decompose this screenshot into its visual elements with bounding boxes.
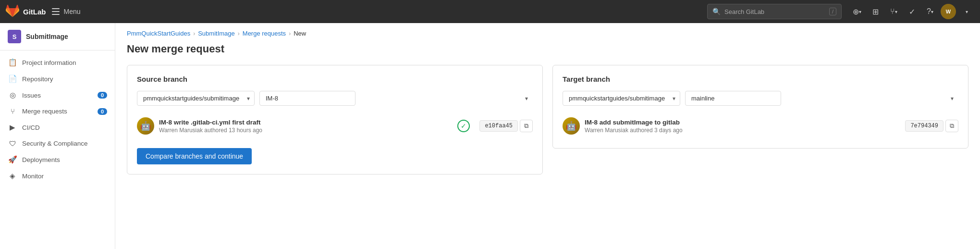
source-commit-hash-group: e10faa45 ⧉ [479, 120, 533, 132]
sidebar-item-deployments[interactable]: 🚀 Deployments [0, 151, 115, 168]
plus-icon: ⊕ [853, 7, 859, 16]
merge-requests-icon: ⑂ [8, 107, 17, 115]
issues-icon: ◎ [8, 91, 17, 100]
dropdown-arrow-icon: ▾ [859, 9, 861, 14]
sidebar-item-label: Security & Compliance [22, 140, 107, 147]
project-avatar: S [8, 30, 21, 43]
main-content: PmmQuickStartGuides › SubmitImage › Merg… [115, 23, 980, 249]
help-icon: ? [927, 7, 931, 16]
source-commit-info: IM-8 write .gitlab-ci.yml first draft Wa… [159, 119, 448, 134]
source-branch-title: Source branch [137, 75, 533, 83]
target-copy-hash-button[interactable]: ⧉ [945, 120, 958, 132]
avatar-dropdown-button[interactable]: ▾ [959, 4, 974, 19]
breadcrumb-pmmquickstartguides[interactable]: PmmQuickStartGuides [127, 30, 190, 37]
sidebar-item-label: Deployments [22, 156, 107, 163]
gitlab-wordmark: GitLab [23, 8, 46, 16]
project-initial: S [12, 33, 17, 40]
sidebar-item-label: Issues [22, 92, 93, 99]
shield-icon: 🛡 [8, 139, 17, 148]
robot-icon: 🤖 [140, 121, 151, 131]
compare-branches-button[interactable]: Compare branches and continue [137, 148, 252, 164]
gitlab-logo[interactable]: GitLab [6, 5, 46, 18]
sidebar-item-monitor[interactable]: ◈ Monitor [0, 168, 115, 184]
sidebar-item-issues[interactable]: ◎ Issues 0 [0, 87, 115, 103]
target-commit-hash-group: 7e794349 ⧉ [905, 120, 958, 132]
sidebar-item-cicd[interactable]: ▶ CI/CD [0, 119, 115, 136]
search-bar[interactable]: 🔍 Search GitLab / [707, 4, 842, 19]
issues-badge: 0 [98, 92, 107, 99]
target-commit-title: IM-8 add submitImage to gitlab [585, 119, 740, 126]
hamburger-icon [52, 8, 60, 15]
source-copy-hash-button[interactable]: ⧉ [520, 120, 533, 132]
source-commit-hash: e10faa45 [479, 120, 518, 132]
todo-icon: ✓ [909, 7, 915, 16]
target-commit-info: IM-8 add submitImage to gitlab Warren Ma… [585, 119, 740, 134]
target-commit: 🤖 IM-8 add submitImage to gitlab Warren … [563, 113, 958, 138]
source-branch-select-wrapper: IM-8 [259, 91, 533, 106]
page-title: New merge request [115, 40, 980, 65]
sidebar-item-security-compliance[interactable]: 🛡 Security & Compliance [0, 136, 115, 151]
new-item-button[interactable]: ⊕ ▾ [849, 4, 865, 19]
target-branch-select[interactable]: mainline [685, 91, 781, 106]
repository-icon: 📄 [8, 75, 17, 83]
target-repo-select-wrapper: pmmquickstartguides/submitimage [563, 91, 680, 106]
merge-dropdown-icon: ▾ [895, 9, 897, 14]
breadcrumb: PmmQuickStartGuides › SubmitImage › Merg… [115, 23, 980, 40]
search-icon: 🔍 [712, 8, 721, 15]
help-dropdown-icon: ▾ [931, 9, 933, 14]
target-commit-meta: Warren Marusiak authored 3 days ago [585, 127, 740, 134]
search-placeholder: Search GitLab [724, 8, 764, 15]
breadcrumb-submitimage[interactable]: SubmitImage [198, 30, 235, 37]
source-branch-selectors: pmmquickstartguides/submitimage IM-8 [137, 91, 533, 106]
sidebar: S SubmitImage 📋 Project information 📄 Re… [0, 23, 115, 249]
nav-icon-group: ⊕ ▾ ⊞ ⑂ ▾ ✓ ? ▾ W ▾ [849, 4, 974, 19]
sidebar-item-label: Project information [22, 59, 107, 66]
target-repo-select[interactable]: pmmquickstartguides/submitimage [563, 91, 680, 106]
target-commit-hash: 7e794349 [905, 120, 943, 132]
sidebar-item-label: Merge requests [22, 108, 93, 115]
monitor-icon: ◈ [8, 172, 17, 180]
source-commit-avatar: 🤖 [137, 117, 154, 135]
sidebar-item-repository[interactable]: 📄 Repository [0, 71, 115, 87]
target-branch-selectors: pmmquickstartguides/submitimage mainline [563, 91, 958, 106]
help-button[interactable]: ? ▾ [922, 4, 938, 19]
breadcrumb-separator: › [289, 30, 291, 37]
source-commit: 🤖 IM-8 write .gitlab-ci.yml first draft … [137, 113, 533, 138]
pipeline-success-icon: ✓ [457, 120, 470, 132]
top-navigation: GitLab Menu 🔍 Search GitLab / ⊕ ▾ ⊞ ⑂ ▾ … [0, 0, 980, 23]
deployments-icon: 🚀 [8, 155, 17, 164]
cicd-icon: ▶ [8, 123, 17, 132]
source-branch-panel: Source branch pmmquickstartguides/submit… [127, 65, 543, 174]
user-avatar[interactable]: W [941, 4, 956, 19]
sidebar-item-label: Repository [22, 75, 107, 83]
search-kbd: / [829, 8, 836, 15]
branches-container: Source branch pmmquickstartguides/submit… [115, 65, 980, 174]
project-info-icon: 📋 [8, 58, 17, 67]
sidebar-item-label: Monitor [22, 173, 107, 180]
target-branch-select-wrapper: mainline [685, 91, 958, 106]
robot-icon: 🤖 [566, 121, 576, 131]
boards-button[interactable]: ⊞ [868, 4, 883, 19]
sidebar-item-project-information[interactable]: 📋 Project information [0, 54, 115, 71]
source-branch-select[interactable]: IM-8 [259, 91, 355, 106]
todos-button[interactable]: ✓ [904, 4, 919, 19]
sidebar-item-label: CI/CD [22, 124, 107, 131]
sidebar-navigation: 📋 Project information 📄 Repository ◎ Iss… [0, 50, 115, 188]
menu-label: Menu [64, 8, 81, 15]
target-branch-panel: Target branch pmmquickstartguides/submit… [552, 65, 968, 149]
project-header[interactable]: S SubmitImage [0, 23, 115, 50]
target-commit-avatar: 🤖 [563, 117, 580, 135]
breadcrumb-current: New [294, 30, 306, 37]
source-repo-select[interactable]: pmmquickstartguides/submitimage [137, 91, 255, 106]
avatar-dropdown-icon: ▾ [966, 9, 968, 14]
board-icon: ⊞ [872, 7, 879, 16]
source-commit-title: IM-8 write .gitlab-ci.yml first draft [159, 119, 448, 126]
menu-button[interactable]: Menu [52, 8, 81, 15]
source-commit-meta: Warren Marusiak authored 13 hours ago [159, 127, 448, 134]
breadcrumb-merge-requests[interactable]: Merge requests [243, 30, 286, 37]
sidebar-item-merge-requests[interactable]: ⑂ Merge requests 0 [0, 103, 115, 119]
project-name: SubmitImage [26, 33, 68, 40]
source-repo-select-wrapper: pmmquickstartguides/submitimage [137, 91, 255, 106]
merge-requests-badge: 0 [98, 108, 107, 115]
merge-requests-nav-button[interactable]: ⑂ ▾ [886, 4, 901, 19]
